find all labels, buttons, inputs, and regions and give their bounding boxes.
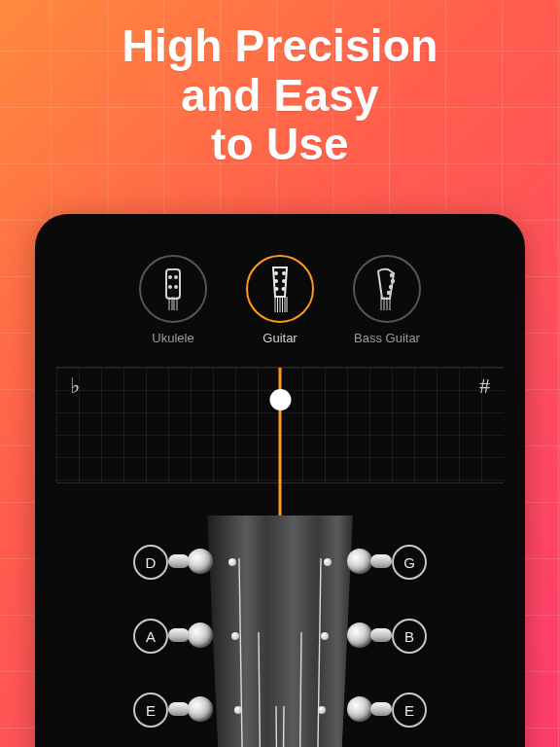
svg-point-10 [282, 271, 286, 275]
instrument-bass[interactable]: Bass Guitar [353, 255, 421, 345]
note-label: E [146, 702, 156, 719]
flat-symbol: ♭ [70, 374, 80, 399]
svg-point-24 [387, 291, 391, 295]
svg-point-3 [168, 285, 172, 289]
instrument-selector: Ukulele Guitar [49, 228, 511, 359]
guitar-headstock-icon [246, 255, 314, 323]
tuning-peg-icon [188, 696, 213, 722]
note-label: D [146, 554, 157, 571]
svg-line-32 [283, 706, 284, 747]
string-note-b[interactable]: B [392, 619, 427, 654]
headline-line-3: to Use [211, 119, 349, 169]
note-label: A [146, 628, 156, 645]
svg-line-29 [239, 558, 243, 747]
tuning-peg-icon [347, 622, 372, 648]
instrument-ukulele[interactable]: Ukulele [139, 255, 207, 345]
guitar-headstock [195, 516, 365, 747]
string-note-e-low[interactable]: E [133, 693, 168, 728]
svg-point-13 [275, 287, 279, 291]
string-note-a[interactable]: A [133, 619, 168, 654]
svg-line-34 [317, 558, 321, 747]
strings-overlay [222, 516, 338, 747]
instrument-label: Ukulele [152, 331, 193, 345]
svg-point-22 [391, 279, 395, 283]
headline: High Precision and Easy to Use [0, 21, 560, 169]
svg-point-12 [282, 279, 286, 283]
svg-point-21 [390, 273, 394, 277]
svg-point-4 [174, 285, 178, 289]
ukulele-headstock-icon [139, 255, 207, 323]
svg-line-33 [299, 632, 301, 747]
sharp-symbol: # [479, 374, 490, 399]
string-note-d[interactable]: D [133, 545, 168, 580]
app-screen: Ukulele Guitar [49, 228, 511, 747]
headline-line-2: and Easy [181, 70, 379, 121]
svg-line-31 [276, 706, 277, 747]
headstock-area: D A E G B E [49, 516, 511, 747]
tuner-display: ♭ # [56, 367, 504, 483]
svg-point-1 [168, 275, 172, 279]
svg-point-11 [274, 279, 278, 283]
tuning-peg-icon [188, 622, 213, 648]
note-label: G [403, 554, 415, 571]
tuning-peg-icon [347, 549, 372, 574]
device-frame: Ukulele Guitar [35, 214, 525, 747]
note-label: B [404, 628, 414, 645]
svg-point-23 [389, 285, 393, 289]
svg-line-30 [259, 632, 261, 747]
tuning-peg-icon [347, 696, 372, 722]
string-note-g[interactable]: G [392, 545, 427, 580]
note-label: E [404, 702, 414, 719]
instrument-guitar[interactable]: Guitar [246, 255, 314, 345]
tuning-peg-icon [188, 549, 213, 574]
svg-rect-0 [166, 269, 180, 299]
string-note-e-high[interactable]: E [392, 693, 427, 728]
headline-line-1: High Precision [122, 20, 438, 71]
instrument-label: Guitar [262, 331, 297, 345]
bass-headstock-icon [353, 255, 421, 323]
svg-point-9 [274, 271, 278, 275]
instrument-label: Bass Guitar [354, 331, 420, 345]
svg-point-2 [174, 275, 178, 279]
svg-point-14 [282, 287, 286, 291]
